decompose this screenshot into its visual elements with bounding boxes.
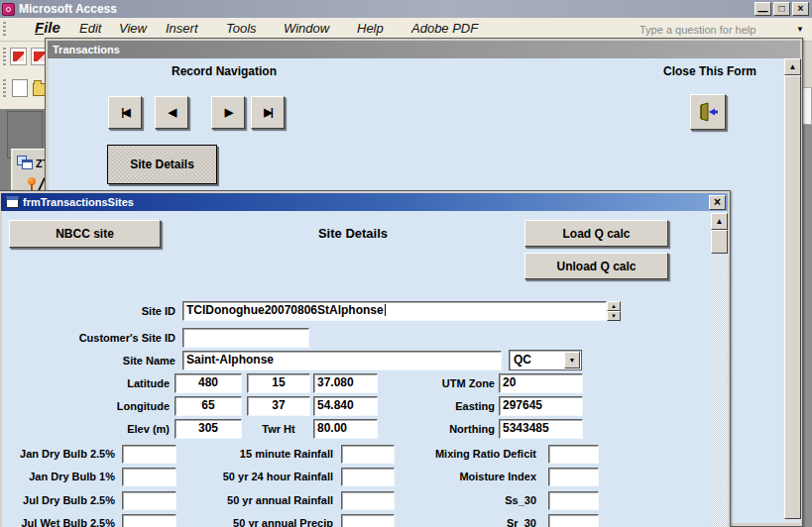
nbcc-site-button[interactable]: NBCC site	[9, 220, 161, 248]
transactions-titlebar[interactable]: Transactions	[48, 41, 800, 58]
latitude-label: Latitude	[0, 377, 170, 389]
sites-form-title: frmTransactionsSites	[23, 196, 134, 208]
tower-height-label: Twr Ht	[247, 423, 310, 435]
close-form-button[interactable]	[690, 94, 726, 130]
site-details-heading: Site Details	[249, 226, 457, 241]
next-record-button[interactable]: ▶	[211, 96, 245, 129]
toolbar-grip[interactable]	[3, 48, 6, 65]
rainfall-50yr-24hr-field[interactable]	[341, 468, 395, 486]
elevation-field[interactable]: 305	[174, 419, 242, 439]
rainfall-50yr-24hr-label: 50 yr 24 hour Rainfall	[179, 471, 333, 482]
jan-dry-bulb-25-field[interactable]	[122, 445, 176, 464]
site-name-label: Site Name	[0, 355, 175, 367]
rainfall-15min-field[interactable]	[341, 445, 395, 464]
database-object-icon[interactable]	[17, 156, 34, 170]
last-record-button[interactable]: ▶|	[251, 96, 285, 129]
utm-zone-label: UTM Zone	[378, 377, 495, 389]
sr-30-label: Sr_30	[393, 517, 536, 527]
spin-up-icon[interactable]: ▲	[607, 301, 621, 311]
precip-50yr-annual-field[interactable]	[341, 514, 395, 527]
rainfall-50yr-annual-field[interactable]	[341, 491, 395, 510]
jul-dry-bulb-25-field[interactable]	[122, 491, 176, 510]
longitude-sec-field[interactable]: 54.840	[313, 396, 378, 416]
mixing-ratio-deficit-field[interactable]	[548, 445, 599, 464]
latitude-sec-field[interactable]: 37.080	[313, 373, 378, 393]
site-id-field[interactable]: TCIDonoghue20070806StAlphonse	[182, 301, 607, 321]
menu-view[interactable]: View	[119, 21, 147, 36]
app-titlebar: Microsoft Access — □ ×	[0, 0, 812, 18]
first-record-icon: |◀	[121, 106, 129, 119]
tower-height-field[interactable]: 80.00	[313, 419, 378, 439]
toolbar-grip2[interactable]	[3, 79, 6, 97]
record-navigation-label: Record Navigation	[145, 64, 303, 78]
customer-site-id-field[interactable]	[182, 328, 309, 348]
spin-down-icon[interactable]: ▼	[607, 311, 621, 321]
precip-50yr-annual-label: 50 yr annual Precip	[179, 517, 333, 527]
ss-30-field[interactable]	[548, 491, 599, 510]
northing-field[interactable]: 5343485	[499, 419, 583, 439]
menu-tools[interactable]: Tools	[226, 21, 257, 36]
moisture-index-field[interactable]	[548, 468, 599, 486]
adobe-pdf-convert-icon[interactable]	[10, 48, 27, 65]
sites-scrollbar-thumb[interactable]	[711, 230, 728, 254]
menu-window[interactable]: Window	[284, 21, 329, 36]
maximize-icon[interactable]: □	[773, 2, 790, 16]
menu-insert[interactable]: Insert	[166, 21, 198, 36]
menu-file[interactable]: File	[35, 19, 60, 36]
site-id-label: Site ID	[0, 305, 175, 317]
northing-label: Northing	[378, 423, 495, 435]
rainfall-50yr-annual-label: 50 yr annual Rainfall	[179, 494, 333, 506]
previous-record-button[interactable]: ◀	[155, 96, 188, 129]
scroll-up-icon[interactable]: ▲	[784, 58, 801, 75]
first-record-button[interactable]: |◀	[108, 96, 142, 129]
last-record-icon: ▶|	[264, 106, 272, 119]
menu-adobe-pdf[interactable]: Adobe PDF	[411, 21, 478, 36]
elevation-label: Elev (m)	[0, 423, 170, 435]
menu-edit[interactable]: Edit	[79, 21, 101, 36]
menubar-grip[interactable]	[3, 22, 6, 38]
load-q-calc-button[interactable]: Load Q calc	[524, 220, 668, 247]
sites-form-window: frmTransactionsSites × NBCC site Site De…	[0, 190, 731, 527]
transactions-scrollbar-thumb[interactable]	[784, 75, 801, 519]
latitude-min-field[interactable]: 15	[247, 373, 310, 393]
jan-dry-bulb-1-field[interactable]	[122, 468, 176, 486]
minimize-icon[interactable]: —	[754, 2, 771, 16]
site-id-spinner[interactable]: ▲ ▼	[607, 301, 621, 321]
unload-q-calc-button[interactable]: Unload Q calc	[524, 253, 668, 279]
sr-30-field[interactable]	[548, 514, 599, 527]
access-app-icon	[2, 3, 15, 16]
close-icon[interactable]: ×	[792, 2, 809, 16]
moisture-index-label: Moisture Index	[393, 471, 536, 482]
sites-form-scrollbar[interactable]: ▲	[711, 213, 728, 527]
menu-help[interactable]: Help	[357, 21, 384, 36]
sites-scroll-up-icon[interactable]: ▲	[711, 213, 728, 230]
next-record-icon: ▶	[225, 106, 231, 119]
site-name-field[interactable]: Saint-Alphonse	[182, 351, 502, 370]
previous-record-icon: ◀	[169, 106, 174, 119]
right-gray-strip	[803, 125, 812, 527]
latitude-deg-field[interactable]: 480	[174, 373, 242, 393]
new-document-icon[interactable]	[12, 79, 28, 97]
province-combobox[interactable]: QC ▼	[509, 350, 582, 370]
longitude-label: Longitude	[0, 400, 170, 412]
province-dropdown-icon[interactable]: ▼	[564, 352, 580, 369]
transactions-title: Transactions	[53, 44, 120, 55]
easting-field[interactable]: 297645	[499, 396, 583, 416]
jan-dry-bulb-1-label: Jan Dry Bulb 1%	[0, 471, 115, 482]
longitude-deg-field[interactable]: 65	[174, 396, 242, 416]
site-details-tab-label: Site Details	[130, 158, 194, 171]
app-title: Microsoft Access	[19, 2, 117, 16]
sites-form-titlebar[interactable]: frmTransactionsSites	[1, 193, 728, 211]
site-details-tab[interactable]: Site Details	[107, 145, 217, 184]
ss-30-label: Ss_30	[393, 494, 536, 506]
close-this-form-label: Close This Form	[631, 64, 789, 78]
transactions-scrollbar[interactable]: ▲	[784, 58, 801, 523]
text-cursor	[385, 304, 386, 316]
sites-form-close-icon[interactable]: ×	[709, 195, 726, 210]
longitude-min-field[interactable]: 37	[247, 396, 310, 416]
jul-wet-bulb-25-field[interactable]	[122, 514, 176, 527]
help-dropdown-icon[interactable]: ▼	[796, 25, 804, 34]
mixing-ratio-deficit-label: Mixing Ratio Deficit	[393, 448, 536, 460]
right-scroll-fragment	[802, 87, 812, 125]
utm-zone-field[interactable]: 20	[499, 373, 583, 393]
